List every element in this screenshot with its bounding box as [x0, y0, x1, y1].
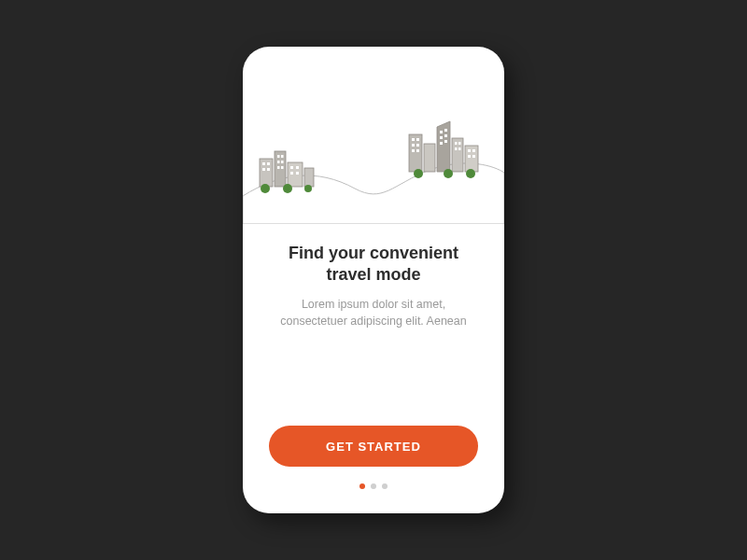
cityscape-illustration: [243, 47, 504, 224]
svg-rect-22: [424, 144, 435, 172]
svg-rect-32: [440, 131, 443, 133]
svg-point-46: [414, 169, 423, 178]
svg-rect-15: [296, 166, 299, 169]
svg-rect-43: [472, 149, 475, 152]
page-dot-1[interactable]: [359, 483, 365, 489]
svg-rect-13: [281, 166, 284, 169]
svg-rect-10: [277, 161, 280, 163]
svg-rect-42: [468, 149, 471, 152]
svg-rect-21: [409, 134, 422, 172]
svg-rect-12: [277, 166, 280, 169]
svg-rect-11: [281, 161, 284, 163]
page-indicator: [359, 483, 388, 489]
svg-rect-35: [444, 134, 447, 137]
svg-rect-29: [416, 144, 419, 147]
svg-rect-27: [416, 138, 419, 141]
onboarding-content: Find your convenient travel mode Lorem i…: [243, 224, 504, 426]
svg-marker-23: [437, 121, 450, 172]
svg-point-19: [283, 184, 292, 193]
svg-point-20: [304, 185, 312, 192]
svg-rect-17: [296, 172, 299, 175]
svg-rect-14: [290, 166, 293, 169]
svg-rect-44: [468, 155, 471, 158]
onboarding-card: Find your convenient travel mode Lorem i…: [243, 47, 504, 513]
svg-point-47: [444, 169, 453, 178]
svg-point-48: [466, 169, 475, 178]
svg-rect-26: [412, 138, 415, 141]
svg-rect-28: [412, 144, 415, 147]
svg-rect-24: [452, 138, 463, 172]
svg-rect-8: [277, 155, 280, 158]
svg-rect-36: [440, 142, 443, 145]
svg-rect-45: [472, 155, 475, 158]
svg-rect-7: [267, 168, 270, 171]
svg-rect-4: [262, 162, 265, 165]
svg-rect-5: [267, 162, 270, 165]
svg-rect-37: [444, 140, 447, 143]
svg-rect-2: [288, 162, 303, 187]
svg-rect-33: [444, 129, 447, 132]
page-dot-2[interactable]: [371, 483, 376, 489]
svg-rect-1: [275, 151, 286, 187]
svg-rect-30: [412, 149, 415, 152]
svg-rect-38: [455, 142, 458, 145]
svg-rect-31: [416, 149, 419, 152]
page-dot-3[interactable]: [382, 483, 388, 489]
svg-rect-39: [458, 142, 461, 145]
svg-rect-0: [260, 159, 273, 187]
svg-point-18: [261, 184, 270, 193]
svg-rect-34: [440, 136, 443, 139]
svg-rect-25: [465, 146, 478, 172]
get-started-button[interactable]: GET STARTED: [269, 426, 478, 467]
svg-rect-9: [281, 155, 284, 158]
svg-rect-41: [458, 147, 461, 150]
svg-rect-6: [262, 168, 265, 171]
onboarding-subtitle: Lorem ipsum dolor sit amet, consectetuer…: [269, 296, 478, 329]
onboarding-footer: GET STARTED: [243, 426, 504, 513]
svg-rect-40: [455, 147, 458, 150]
svg-rect-16: [290, 172, 293, 175]
onboarding-title: Find your convenient travel mode: [269, 243, 478, 285]
svg-rect-3: [304, 168, 314, 187]
